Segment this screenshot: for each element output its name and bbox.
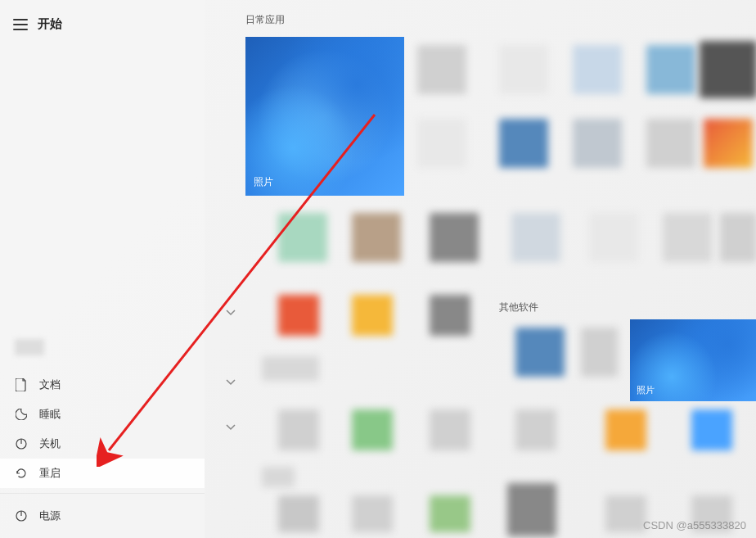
chevron-down-icon[interactable] [221,373,241,392]
app-tile-blurred[interactable] [691,409,732,450]
app-tile-blurred[interactable] [262,467,295,487]
main-content: 日常应用 照片 其他软件 照片 [213,0,756,538]
chevron-down-icon[interactable] [221,418,241,437]
app-tile-blurred[interactable] [430,213,479,262]
section-other-software: 其他软件 [499,301,538,314]
menu-sleep[interactable]: 睡眠 [0,400,205,429]
menu-label: 电源 [39,509,61,523]
app-tile-blurred[interactable] [646,45,695,94]
hamburger-icon[interactable] [13,19,28,30]
app-tile-blurred[interactable] [352,495,393,532]
sidebar-header: 开始 [0,0,205,48]
app-tile-blurred[interactable] [430,409,470,450]
app-tile-blurred[interactable] [515,409,556,450]
app-tile-blurred[interactable] [499,119,548,168]
chevron-down-icon[interactable] [221,303,241,323]
app-tile-blurred[interactable] [720,213,756,262]
app-tile-blurred[interactable] [417,45,466,94]
document-icon [15,378,28,391]
app-tile-blurred[interactable] [352,213,401,262]
app-tile-blurred[interactable] [352,409,393,450]
tile-label: 照片 [254,175,273,189]
app-tile-blurred[interactable] [581,328,618,377]
user-section-blurred [15,339,44,355]
app-tile-blurred[interactable] [417,119,466,168]
menu-documents[interactable]: 文档 [0,370,205,400]
app-tile-blurred[interactable] [430,495,470,532]
app-tile-blurred[interactable] [499,45,548,94]
power-icon [15,437,28,450]
app-tile-blurred[interactable] [352,295,393,336]
app-tile-blurred[interactable] [262,356,319,381]
menu-restart[interactable]: 重启 [0,459,205,488]
start-title: 开始 [38,16,62,32]
menu-label: 重启 [39,466,61,481]
app-tile-blurred[interactable] [511,213,560,262]
menu-shutdown[interactable]: 关机 [0,429,205,459]
tile-label: 照片 [637,384,655,396]
app-tile-blurred[interactable] [278,213,327,262]
app-tile-blurred[interactable] [573,119,622,168]
moon-icon [15,408,28,421]
menu-label: 文档 [39,378,61,392]
app-tile-blurred[interactable] [278,295,319,336]
menu-label: 关机 [39,436,61,451]
photos-tile-small[interactable]: 照片 [630,319,756,401]
app-tile-blurred[interactable] [515,328,565,377]
app-tile-blurred[interactable] [278,495,319,532]
app-tile-blurred[interactable] [430,295,470,336]
app-tile-blurred[interactable] [646,119,695,168]
menu-label: 睡眠 [39,407,61,422]
app-tile-blurred[interactable] [278,409,319,450]
sidebar: 开始 文档 睡眠 关机 重启 电源 [0,0,205,538]
app-tile-blurred[interactable] [507,483,556,536]
app-tile-blurred[interactable] [573,45,622,94]
app-tile-blurred[interactable] [704,119,753,168]
menu-power[interactable]: 电源 [0,493,205,538]
restart-icon [15,467,28,480]
section-daily-apps: 日常应用 [245,13,748,27]
app-tile-blurred[interactable] [605,409,646,450]
photos-tile-large[interactable]: 照片 [245,37,404,196]
app-tile-blurred[interactable] [700,41,756,98]
app-tile-blurred[interactable] [605,495,646,532]
app-tile-blurred[interactable] [663,213,712,262]
power-icon [15,509,28,522]
app-tile-blurred[interactable] [589,213,638,262]
watermark: CSDN @a555333820 [643,519,746,531]
